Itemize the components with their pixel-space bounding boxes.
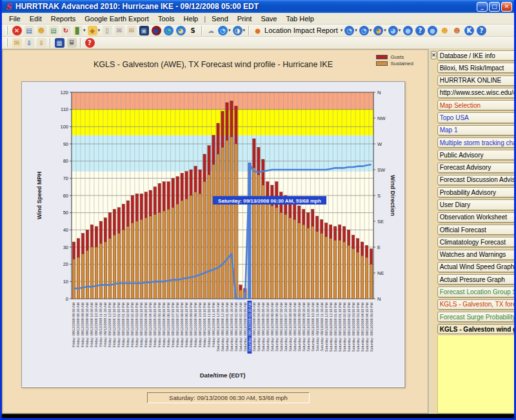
sustained-bar[interactable] bbox=[203, 182, 206, 299]
sustained-bar[interactable] bbox=[221, 147, 224, 299]
sustained-bar[interactable] bbox=[370, 265, 372, 299]
sustained-bar[interactable] bbox=[329, 239, 332, 299]
sustained-bar[interactable] bbox=[135, 221, 138, 299]
chart-dropdown-icon[interactable]: ▊▾ bbox=[72, 25, 86, 36]
sustained-bar[interactable] bbox=[154, 214, 156, 299]
sidebar-tab-0[interactable]: Database / IKE info bbox=[437, 50, 514, 61]
sidebar-tab-10[interactable]: Forecast Discussion Advisory bbox=[437, 175, 514, 185]
sustained-bar[interactable] bbox=[208, 175, 210, 299]
sphere-1-icon[interactable]: ● bbox=[402, 25, 413, 36]
sustained-bar[interactable] bbox=[284, 214, 287, 299]
people-add-icon[interactable]: ☻ bbox=[439, 25, 450, 36]
globe-dropdown-icon[interactable]: ◔▾ bbox=[217, 25, 232, 36]
sustained-bar[interactable] bbox=[163, 211, 165, 299]
document-icon[interactable]: ▯ bbox=[101, 25, 113, 36]
sustained-bar[interactable] bbox=[253, 168, 255, 299]
sidebar-tab-9[interactable]: Forecast Advisory bbox=[437, 163, 514, 173]
folder-dropdown-icon[interactable]: ◆▾ bbox=[87, 25, 101, 36]
sidebar-tab-13[interactable]: Observation Worksheet bbox=[437, 212, 514, 223]
close-button[interactable]: ✕ bbox=[501, 2, 512, 12]
sidebar-tab-16[interactable]: Watches and Warnings bbox=[437, 250, 514, 260]
globe-storm-icon[interactable]: ◕ bbox=[175, 25, 186, 36]
print-icon[interactable]: ⌸ bbox=[66, 37, 77, 48]
sustained-bar[interactable] bbox=[181, 201, 183, 299]
sustained-bar[interactable] bbox=[104, 242, 106, 299]
sustained-bar[interactable] bbox=[293, 219, 296, 299]
sustained-bar[interactable] bbox=[239, 290, 242, 299]
sidebar-tab-19[interactable]: Forecast Location Group Summary bbox=[437, 286, 514, 297]
sustained-bar[interactable] bbox=[122, 230, 124, 299]
sidebar-tab-22[interactable]: KGLS - Galveston wind graph bbox=[437, 324, 514, 334]
sustained-bar[interactable] bbox=[194, 192, 197, 299]
sustained-bar[interactable] bbox=[342, 242, 345, 299]
sustained-bar[interactable] bbox=[280, 213, 283, 299]
wind-profile-chart[interactable]: 0102030405060708090100110120NNEESESSWWNW… bbox=[22, 82, 404, 387]
sustained-bar[interactable] bbox=[72, 259, 75, 299]
sustained-bar[interactable] bbox=[275, 208, 278, 299]
sidebar-tab-3[interactable]: http://www.ssec.wisc.edu/data/g8/lat bbox=[437, 88, 514, 98]
sustained-bar[interactable] bbox=[176, 204, 179, 299]
sustained-bar[interactable] bbox=[117, 234, 120, 299]
sustained-bar[interactable] bbox=[325, 237, 328, 299]
sidebar-tab-5[interactable]: Topo USA bbox=[437, 112, 514, 123]
sidebar-tab-4[interactable]: Map Selection bbox=[437, 100, 514, 110]
menu-item-print[interactable]: Print bbox=[233, 14, 257, 24]
sustained-bar[interactable] bbox=[307, 228, 310, 299]
sustained-bar[interactable] bbox=[158, 213, 161, 299]
sphere-help-icon[interactable]: ? bbox=[414, 25, 426, 36]
sustained-bar[interactable] bbox=[365, 257, 368, 299]
sidebar-tab-21[interactable]: Forecast Surge Probability bbox=[437, 312, 514, 322]
sidebar-tab-1[interactable]: Biloxi, MS Risk/Impact bbox=[437, 63, 514, 73]
sphere-dropdown-1-icon[interactable]: ◔▾ bbox=[344, 25, 358, 36]
menu-item-help[interactable]: Help bbox=[179, 14, 203, 24]
sustained-bar[interactable] bbox=[333, 240, 336, 299]
sidebar-tab-17[interactable]: Actual Wind Speed Graph bbox=[437, 262, 514, 272]
refresh-icon[interactable]: ↻ bbox=[60, 25, 72, 36]
sustained-bar[interactable] bbox=[257, 175, 260, 299]
menu-item-send[interactable]: Send bbox=[207, 14, 233, 24]
sustained-bar[interactable] bbox=[190, 195, 192, 299]
sustained-bar[interactable] bbox=[361, 255, 363, 299]
mail-open2-icon[interactable]: ✉ bbox=[11, 37, 23, 48]
sustained-bar[interactable] bbox=[316, 232, 319, 299]
sidebar-tab-8[interactable]: Public Advisory bbox=[437, 150, 514, 160]
k2-icon[interactable]: K bbox=[463, 25, 475, 36]
sidebar-tab-12[interactable]: User Diary bbox=[437, 199, 514, 210]
chart-panel[interactable]: 0102030405060708090100110120NNEESESSWWNW… bbox=[21, 81, 405, 388]
import-gold-icon[interactable]: ⇩ bbox=[35, 37, 47, 48]
menu-item-tools[interactable]: Tools bbox=[154, 14, 179, 24]
sustained-bar[interactable] bbox=[126, 226, 129, 299]
help-icon[interactable]: ? bbox=[475, 25, 487, 36]
sustained-bar[interactable] bbox=[81, 254, 84, 299]
stop-icon[interactable]: ✕ bbox=[11, 25, 23, 36]
user-icon[interactable]: ☻ bbox=[35, 25, 47, 36]
sustained-bar[interactable] bbox=[140, 219, 143, 299]
mail-open-icon[interactable]: ✉ bbox=[126, 25, 137, 36]
sustained-bar[interactable] bbox=[95, 247, 97, 299]
sustained-bar[interactable] bbox=[144, 218, 147, 299]
sustained-bar[interactable] bbox=[352, 249, 354, 299]
sustained-bar[interactable] bbox=[86, 250, 88, 299]
sustained-bar[interactable] bbox=[271, 206, 273, 299]
sustained-bar[interactable] bbox=[266, 203, 269, 299]
sidebar-tab-11[interactable]: Probability Advisory bbox=[437, 187, 514, 197]
sustained-bar[interactable] bbox=[312, 226, 314, 299]
form-window-icon[interactable]: ▤ bbox=[23, 25, 35, 36]
sustained-bar[interactable] bbox=[347, 245, 350, 299]
sustained-bar[interactable] bbox=[217, 154, 219, 299]
menu-item-edit[interactable]: Edit bbox=[25, 14, 46, 24]
sustained-bar[interactable] bbox=[235, 144, 237, 299]
menu-item-save[interactable]: Save bbox=[256, 14, 281, 24]
sustained-bar[interactable] bbox=[321, 234, 323, 299]
sustained-bar[interactable] bbox=[212, 165, 215, 299]
import-blue-icon[interactable]: ⇩ bbox=[23, 37, 35, 48]
people-remove-icon[interactable]: ☻ bbox=[451, 25, 462, 36]
sphere-2-icon[interactable]: ● bbox=[426, 25, 438, 36]
hurricane-symbol-icon[interactable]: S bbox=[187, 25, 199, 36]
sustained-bar[interactable] bbox=[338, 240, 341, 299]
sustained-bar[interactable] bbox=[149, 216, 152, 299]
sustained-bar[interactable] bbox=[230, 137, 233, 299]
sidebar-tab-18[interactable]: Actual Pressure Graph bbox=[437, 274, 514, 285]
location-impact-report-button[interactable]: ●Location Impact Report▾ bbox=[252, 25, 343, 36]
sidebar-tab-14[interactable]: Official Forecast bbox=[437, 225, 514, 235]
